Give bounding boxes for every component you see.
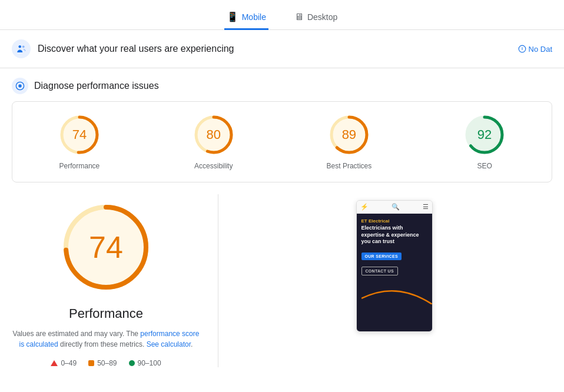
legend-pass: 90–100 bbox=[129, 359, 161, 367]
pass-icon bbox=[129, 360, 135, 366]
legend-average: 50–89 bbox=[88, 359, 117, 367]
score-note-text1: Values are estimated and may vary. The bbox=[13, 330, 141, 338]
score-value-performance: 74 bbox=[72, 127, 87, 142]
large-score-value: 74 bbox=[89, 230, 123, 265]
tab-bar: 📱 Mobile 🖥 Desktop bbox=[0, 0, 564, 30]
score-item-performance[interactable]: 74 Performance bbox=[58, 114, 101, 170]
svg-point-1 bbox=[22, 45, 25, 48]
svg-point-5 bbox=[18, 84, 21, 87]
legend-fail: 0–49 bbox=[51, 359, 77, 367]
phone-content: ET Electrical Electricians with expertis… bbox=[357, 214, 432, 331]
score-item-seo[interactable]: 92 SEO bbox=[463, 114, 506, 170]
average-icon bbox=[88, 360, 94, 366]
lightning-icon: ⚡ bbox=[360, 203, 369, 211]
diagnose-section: Diagnose performance issues 74 Performan… bbox=[0, 68, 564, 182]
score-circle-accessibility: 80 bbox=[193, 114, 235, 156]
score-note-text2: directly from these metrics. bbox=[58, 340, 147, 348]
tab-desktop-label: Desktop bbox=[307, 12, 337, 22]
score-note: Values are estimated and may vary. The p… bbox=[12, 328, 200, 350]
real-users-title: Discover what your real users are experi… bbox=[38, 44, 234, 54]
phone-toolbar: ⚡ 🔍 ☰ bbox=[357, 201, 432, 214]
no-data-label: No Dat bbox=[529, 45, 552, 54]
score-circle-best-practices: 89 bbox=[328, 114, 370, 156]
phone-tagline: Electricians with expertise & experience… bbox=[361, 225, 427, 245]
menu-phone-icon: ☰ bbox=[423, 203, 429, 211]
score-note-text3: . bbox=[191, 340, 193, 348]
diagnose-header: Diagnose performance issues bbox=[12, 78, 552, 94]
phone-brand: ET Electrical bbox=[361, 218, 427, 224]
scores-card: 74 Performance 80 Accessibility 89 bbox=[12, 101, 552, 182]
score-value-best-practices: 89 bbox=[342, 127, 356, 142]
tab-desktop[interactable]: 🖥 Desktop bbox=[292, 7, 340, 30]
score-item-accessibility[interactable]: 80 Accessibility bbox=[193, 114, 235, 170]
phone-preview: ⚡ 🔍 ☰ ET Electrical Electricians with ex… bbox=[356, 200, 433, 332]
desktop-icon: 🖥 bbox=[294, 12, 304, 22]
search-phone-icon: 🔍 bbox=[392, 203, 400, 211]
phone-btn2: CONTACT US bbox=[361, 267, 398, 275]
real-users-left: Discover what your real users are experi… bbox=[12, 39, 234, 58]
score-label-best-practices: Best Practices bbox=[327, 162, 372, 170]
preview-section: ⚡ 🔍 ☰ ET Electrical Electricians with ex… bbox=[236, 194, 552, 367]
large-score-circle: 74 bbox=[59, 200, 153, 294]
calculator-link[interactable]: See calculator bbox=[147, 340, 191, 348]
score-label-performance: Performance bbox=[59, 162, 100, 170]
large-score-section: 74 Performance Values are estimated and … bbox=[12, 194, 200, 367]
users-icon bbox=[12, 39, 31, 58]
score-item-best-practices[interactable]: 89 Best Practices bbox=[327, 114, 372, 170]
main-content: 74 Performance Values are estimated and … bbox=[0, 182, 564, 379]
tab-mobile-label: Mobile bbox=[242, 12, 266, 22]
diagnose-icon bbox=[12, 78, 28, 94]
svg-text:i: i bbox=[522, 46, 523, 51]
fail-icon bbox=[51, 360, 58, 366]
score-label-seo: SEO bbox=[477, 162, 492, 170]
phone-decorative-line bbox=[361, 278, 427, 301]
score-label-accessibility: Accessibility bbox=[194, 162, 233, 170]
svg-point-0 bbox=[19, 45, 22, 48]
real-users-section: Discover what your real users are experi… bbox=[0, 30, 564, 68]
no-data-link[interactable]: i No Dat bbox=[518, 45, 552, 54]
score-value-seo: 92 bbox=[477, 127, 492, 142]
legend-average-label: 50–89 bbox=[97, 359, 117, 367]
legend-fail-label: 0–49 bbox=[61, 359, 77, 367]
score-circle-seo: 92 bbox=[463, 114, 506, 156]
score-circle-performance: 74 bbox=[58, 114, 101, 156]
legend-pass-label: 90–100 bbox=[138, 359, 161, 367]
legend: 0–49 50–89 90–100 bbox=[51, 359, 161, 367]
phone-btn1: OUR SERVICES bbox=[361, 253, 402, 260]
large-score-title: Performance bbox=[69, 306, 143, 321]
tab-mobile[interactable]: 📱 Mobile bbox=[224, 6, 268, 30]
diagnose-title: Diagnose performance issues bbox=[34, 81, 159, 91]
vertical-divider bbox=[218, 194, 218, 367]
score-value-accessibility: 80 bbox=[206, 127, 220, 142]
mobile-icon: 📱 bbox=[227, 11, 238, 22]
